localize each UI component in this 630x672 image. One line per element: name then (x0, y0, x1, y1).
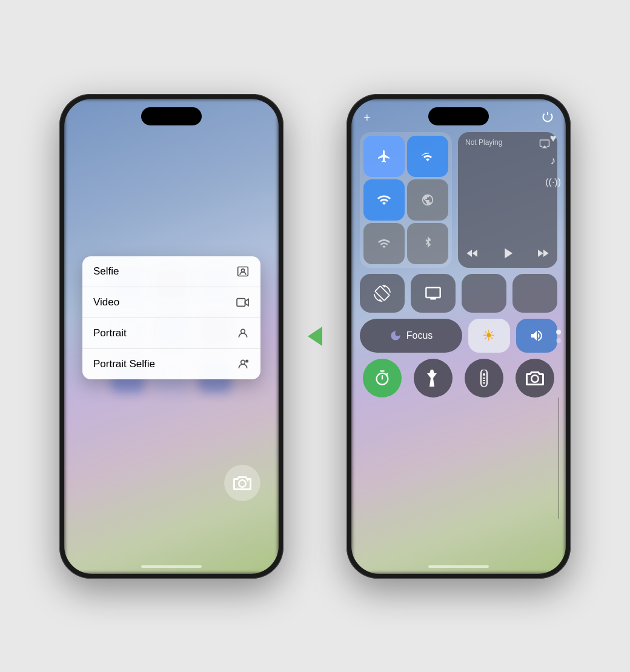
wifi-button[interactable] (363, 179, 405, 221)
svg-point-8 (483, 373, 485, 376)
power-button[interactable] (542, 111, 554, 123)
now-playing-block: Not Playing (458, 132, 557, 268)
screen-mirror-button[interactable] (411, 274, 456, 313)
flashlight-button[interactable] (414, 359, 453, 398)
annotation-line (559, 398, 559, 519)
direction-arrow (308, 327, 322, 346)
menu-item-video[interactable]: Video (82, 287, 260, 318)
menu-item-portrait-selfie[interactable]: Portrait Selfie (82, 349, 260, 379)
utility-button-1[interactable] (462, 274, 506, 313)
airplane-mode-button[interactable] (363, 136, 405, 177)
page-dot-2 (556, 338, 561, 343)
hotspot-button[interactable] (407, 136, 448, 177)
volume-button[interactable] (516, 319, 558, 353)
connectivity-block (360, 132, 452, 268)
cc-row-1: Not Playing (360, 132, 557, 268)
now-playing-header: Not Playing (465, 138, 550, 149)
svg-rect-10 (483, 380, 485, 381)
video-icon (236, 296, 250, 309)
page-indicator (556, 330, 561, 343)
svg-point-3 (241, 329, 245, 333)
portrait-selfie-icon (236, 358, 250, 371)
add-control-button[interactable]: + (363, 111, 371, 125)
svg-point-6 (247, 479, 249, 481)
moon-icon (390, 330, 402, 342)
vpn-button[interactable] (407, 179, 448, 221)
home-indicator (141, 565, 202, 568)
person-icon (236, 265, 250, 278)
timer-button[interactable] (363, 359, 402, 398)
play-button[interactable] (499, 245, 516, 262)
remote-button[interactable] (465, 359, 503, 398)
fast-forward-button[interactable] (536, 246, 550, 261)
cc-row-2 (360, 274, 557, 313)
side-controls: ♥ ♪ ((·)) (545, 132, 561, 188)
left-phone: Selfie Video (59, 94, 284, 579)
screen-rotation-button[interactable] (360, 274, 405, 313)
portrait-icon (236, 327, 250, 340)
svg-rect-11 (483, 382, 485, 384)
utility-button-2[interactable] (512, 274, 557, 313)
signal-icon: ((·)) (545, 177, 561, 188)
camera-control-button[interactable] (516, 359, 554, 398)
camera-context-menu[interactable]: Selfie Video (82, 256, 260, 379)
green-arrow-icon (308, 327, 322, 346)
bluetooth-button[interactable] (407, 223, 448, 264)
camera-button[interactable] (224, 465, 260, 501)
control-center: Not Playing (360, 132, 557, 404)
svg-rect-2 (237, 298, 245, 306)
svg-point-4 (241, 360, 245, 364)
focus-button[interactable]: Focus (360, 319, 462, 353)
right-phone: + (346, 94, 571, 579)
home-indicator-right (428, 565, 489, 568)
page-dot-1 (556, 330, 561, 334)
brightness-icon: ☀ (482, 327, 496, 344)
heart-icon: ♥ (550, 132, 557, 145)
brightness-button[interactable]: ☀ (468, 319, 510, 353)
dynamic-island (141, 107, 202, 125)
dynamic-island-right (428, 107, 489, 125)
rewind-button[interactable] (465, 246, 480, 261)
cc-row-4 (360, 359, 557, 398)
svg-rect-9 (483, 378, 485, 379)
music-icon: ♪ (551, 155, 556, 167)
menu-item-selfie[interactable]: Selfie (82, 256, 260, 287)
cc-row-3: Focus ☀ (360, 319, 557, 353)
svg-point-5 (245, 359, 248, 362)
menu-item-portrait[interactable]: Portrait (82, 318, 260, 349)
cellular-button[interactable] (363, 223, 405, 264)
playback-controls (465, 245, 550, 262)
